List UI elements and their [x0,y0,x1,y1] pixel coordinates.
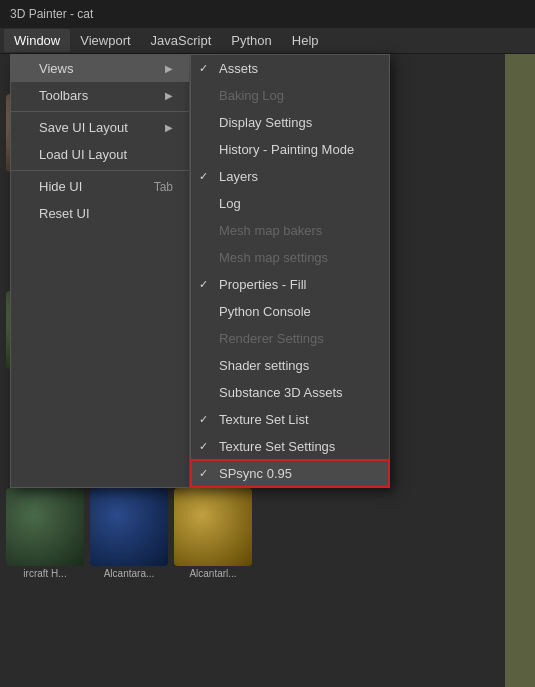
menu-item-label: Save UI Layout [39,120,128,135]
right-panel [505,54,535,687]
list-item[interactable]: Alcantara... [90,488,168,681]
submenu-item-label: Shader settings [219,358,309,373]
submenu-item-label: Display Settings [219,115,312,130]
submenu-item-label: Python Console [219,304,311,319]
menu-item-reset-ui[interactable]: Reset UI [11,200,189,227]
submenu-item-label: Baking Log [219,88,284,103]
dropdown-overlay: Views ▶ Toolbars ▶ Save UI Layout ▶ Load… [10,54,390,488]
submenu-item-label: Mesh map settings [219,250,328,265]
check-icon: ✓ [199,467,208,480]
submenu-item-python-console[interactable]: Python Console [191,298,389,325]
title-bar: 3D Painter - cat [0,0,535,28]
submenu-item-shader-settings[interactable]: Shader settings [191,352,389,379]
menu-item-label: Reset UI [39,206,90,221]
list-item[interactable]: ircraft H... [6,488,84,681]
menu-help[interactable]: Help [282,29,329,52]
menu-javascript[interactable]: JavaScript [141,29,222,52]
list-item[interactable]: Alcantarl... [174,488,252,681]
menu-item-label: Load UI Layout [39,147,127,162]
check-icon: ✓ [199,440,208,453]
material-label: Alcantarl... [174,568,252,579]
shortcut-label: Tab [154,180,173,194]
menu-item-label: Views [39,61,73,76]
material-thumbnail [90,488,168,566]
views-submenu: ✓ Assets Baking Log Display Settings His… [190,54,390,488]
material-thumbnail [6,488,84,566]
submenu-item-label: Layers [219,169,258,184]
check-icon: ✓ [199,62,208,75]
material-label: ircraft H... [6,568,84,579]
menu-python[interactable]: Python [221,29,281,52]
content-area: Abandon... Abandon... Acry... ged Con...… [0,54,535,687]
menu-item-label: Toolbars [39,88,88,103]
menu-bar: Window Viewport JavaScript Python Help [0,28,535,54]
arrow-icon: ▶ [165,90,173,101]
separator [11,111,189,112]
submenu-item-layers[interactable]: ✓ Layers [191,163,389,190]
submenu-item-label: Properties - Fill [219,277,306,292]
submenu-item-texture-set-list[interactable]: ✓ Texture Set List [191,406,389,433]
arrow-icon: ▶ [165,63,173,74]
submenu-item-spsync[interactable]: ✓ SPsync 0.95 [191,460,389,487]
material-thumbnail [174,488,252,566]
submenu-item-mesh-map-settings: Mesh map settings [191,244,389,271]
menu-item-save-ui[interactable]: Save UI Layout ▶ [11,114,189,141]
window-menu-dropdown: Views ▶ Toolbars ▶ Save UI Layout ▶ Load… [10,54,190,488]
menu-item-views[interactable]: Views ▶ [11,55,189,82]
submenu-item-mesh-map-bakers: Mesh map bakers [191,217,389,244]
submenu-item-label: Log [219,196,241,211]
submenu-item-history[interactable]: History - Painting Mode [191,136,389,163]
app-title: 3D Painter - cat [10,7,93,21]
check-icon: ✓ [199,413,208,426]
arrow-icon: ▶ [165,122,173,133]
submenu-item-label: History - Painting Mode [219,142,354,157]
menu-item-label: Hide UI [39,179,82,194]
menu-viewport[interactable]: Viewport [70,29,140,52]
submenu-item-texture-set-settings[interactable]: ✓ Texture Set Settings [191,433,389,460]
submenu-item-substance-assets[interactable]: Substance 3D Assets [191,379,389,406]
submenu-item-label: Renderer Settings [219,331,324,346]
submenu-item-label: Mesh map bakers [219,223,322,238]
submenu-item-baking-log: Baking Log [191,82,389,109]
separator2 [11,170,189,171]
submenu-item-renderer-settings: Renderer Settings [191,325,389,352]
menu-item-toolbars[interactable]: Toolbars ▶ [11,82,189,109]
menu-item-hide-ui[interactable]: Hide UI Tab [11,173,189,200]
submenu-item-label: Texture Set List [219,412,309,427]
submenu-item-display-settings[interactable]: Display Settings [191,109,389,136]
menu-window[interactable]: Window [4,29,70,52]
check-icon: ✓ [199,278,208,291]
submenu-item-label: SPsync 0.95 [219,466,292,481]
check-icon: ✓ [199,170,208,183]
submenu-item-label: Texture Set Settings [219,439,335,454]
material-label: Alcantara... [90,568,168,579]
submenu-item-assets[interactable]: ✓ Assets [191,55,389,82]
submenu-item-label: Substance 3D Assets [219,385,343,400]
submenu-item-log[interactable]: Log [191,190,389,217]
menu-item-load-ui[interactable]: Load UI Layout [11,141,189,168]
submenu-item-label: Assets [219,61,258,76]
submenu-item-properties-fill[interactable]: ✓ Properties - Fill [191,271,389,298]
